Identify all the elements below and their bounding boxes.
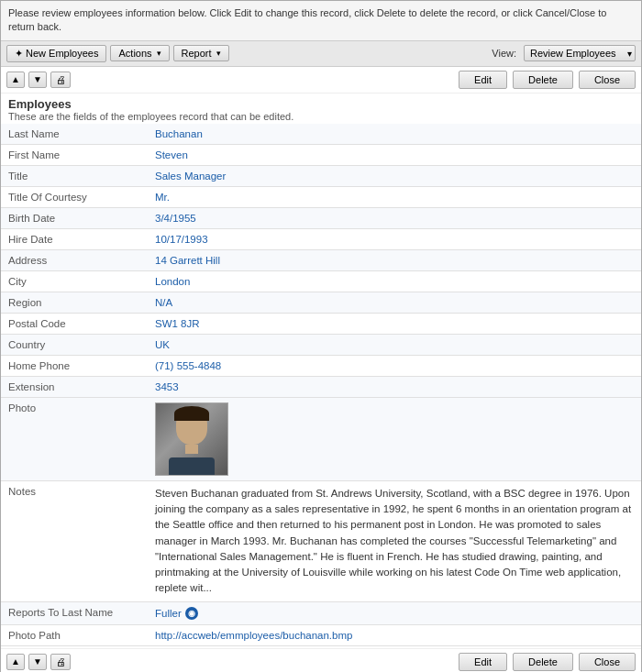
reports-to-content: Fuller ◉ [155,607,634,620]
photo-label: Photo [1,398,148,481]
report-button[interactable]: Report ▾ [173,45,229,61]
notes-label: Notes [1,480,148,601]
notes-row: Notes Steven Buchanan graduated from St.… [1,480,641,601]
field-label-3: Title Of Courtesy [1,186,148,207]
photo-placeholder [156,402,227,476]
toolbar: ✦ New Employees Actions ▾ Report ▾ View:… [1,41,641,67]
reports-to-label: Reports To Last Name [1,601,148,624]
field-value-9: SW1 8JR [148,313,641,334]
reports-to-row: Reports To Last Name Fuller ◉ [1,601,641,624]
field-value-3: Mr. [148,186,641,207]
photo-path-label: Photo Path [1,624,148,645]
reports-to-value: Fuller ◉ [148,601,641,624]
table-row: CityLondon [1,270,641,292]
face [176,410,207,454]
field-label-9: Postal Code [1,313,148,334]
field-label-0: Last Name [1,124,148,145]
view-label: View: [492,48,516,59]
main-container: Please review employees information belo… [0,0,642,672]
nav-up-button[interactable]: ▲ [6,72,25,88]
field-value-7: London [148,270,641,292]
field-value-10: UK [148,334,641,355]
new-icon: ✦ [15,48,23,60]
photo-table: Photo [1,398,641,646]
new-employees-button[interactable]: ✦ New Employees [6,45,106,62]
field-label-6: Address [1,249,148,270]
table-row: First NameSteven [1,144,641,165]
actions-dropdown-icon: ▾ [157,49,161,58]
field-value-12: 3453 [148,376,641,397]
section-description: These are the fields of the employees re… [8,111,634,122]
field-label-4: Birth Date [1,207,148,228]
field-label-7: City [1,270,148,292]
table-row: Title Of CourtesyMr. [1,186,641,207]
notes-text: Steven Buchanan graduated from St. Andre… [155,488,631,594]
field-value-0: Buchanan [148,124,641,145]
delete-button-top[interactable]: Delete [513,71,573,89]
delete-button-bottom[interactable]: Delete [513,653,573,671]
print-button[interactable]: 🖨 [50,72,71,88]
employee-data-table: Last NameBuchananFirst NameStevenTitleSa… [1,124,641,398]
table-row: Postal CodeSW1 8JR [1,313,641,334]
notes-value: Steven Buchanan graduated from St. Andre… [148,480,641,601]
field-label-10: Country [1,334,148,355]
table-row: Birth Date3/4/1955 [1,207,641,228]
nav-row-top: ▲ ▼ 🖨 Edit Delete Close [1,67,641,94]
field-value-2: Sales Manager [148,165,641,186]
nav-up-button-bottom[interactable]: ▲ [6,654,25,670]
field-value-11: (71) 555-4848 [148,355,641,376]
nav-down-button[interactable]: ▼ [28,72,47,88]
field-label-5: Hire Date [1,228,148,249]
field-value-8: N/A [148,292,641,313]
table-row: CountryUK [1,334,641,355]
view-select-wrap: Review Employees [524,45,636,61]
table-row: Hire Date10/17/1993 [1,228,641,249]
actions-button[interactable]: Actions ▾ [110,45,169,61]
field-label-1: First Name [1,144,148,165]
table-row: Home Phone(71) 555-4848 [1,355,641,376]
view-select[interactable]: Review Employees [524,45,636,61]
photo-path-url[interactable]: http://accweb/emmployees/buchanan.bmp [155,630,352,641]
close-button-bottom[interactable]: Close [579,653,636,671]
info-bar: Please review employees information belo… [1,1,641,41]
photo-row: Photo [1,398,641,481]
table-row: RegionN/A [1,292,641,313]
action-buttons-bottom: Edit Delete Close [459,653,636,671]
report-dropdown-icon: ▾ [216,49,221,58]
action-buttons-top: Edit Delete Close [459,71,636,89]
info-text: Please review employees information belo… [8,7,606,32]
nav-row-bottom: ▲ ▼ 🖨 Edit Delete Close [1,648,641,672]
edit-button-top[interactable]: Edit [459,71,507,89]
print-button-bottom[interactable]: 🖨 [50,654,71,670]
photo-path-row: Photo Path http://accweb/emmployees/buch… [1,624,641,645]
photo-path-value: http://accweb/emmployees/buchanan.bmp [148,624,641,645]
field-label-12: Extension [1,376,148,397]
field-value-1: Steven [148,144,641,165]
field-label-2: Title [1,165,148,186]
field-label-11: Home Phone [1,355,148,376]
close-button-top[interactable]: Close [579,71,636,89]
edit-button-bottom[interactable]: Edit [459,653,507,671]
reports-to-link-icon[interactable]: ◉ [185,607,198,620]
field-label-8: Region [1,292,148,313]
photo-image [155,402,228,476]
section-title: Employees [8,97,634,111]
nav-down-button-bottom[interactable]: ▼ [28,654,47,670]
table-row: Address14 Garrett Hill [1,249,641,270]
field-value-5: 10/17/1993 [148,228,641,249]
reports-to-name: Fuller [155,608,182,619]
photo-value [148,398,641,481]
table-row: Extension3453 [1,376,641,397]
table-row: Last NameBuchanan [1,124,641,145]
field-value-4: 3/4/1955 [148,207,641,228]
table-row: TitleSales Manager [1,165,641,186]
field-value-6: 14 Garrett Hill [148,249,641,270]
section-header: Employees These are the fields of the em… [1,94,641,124]
